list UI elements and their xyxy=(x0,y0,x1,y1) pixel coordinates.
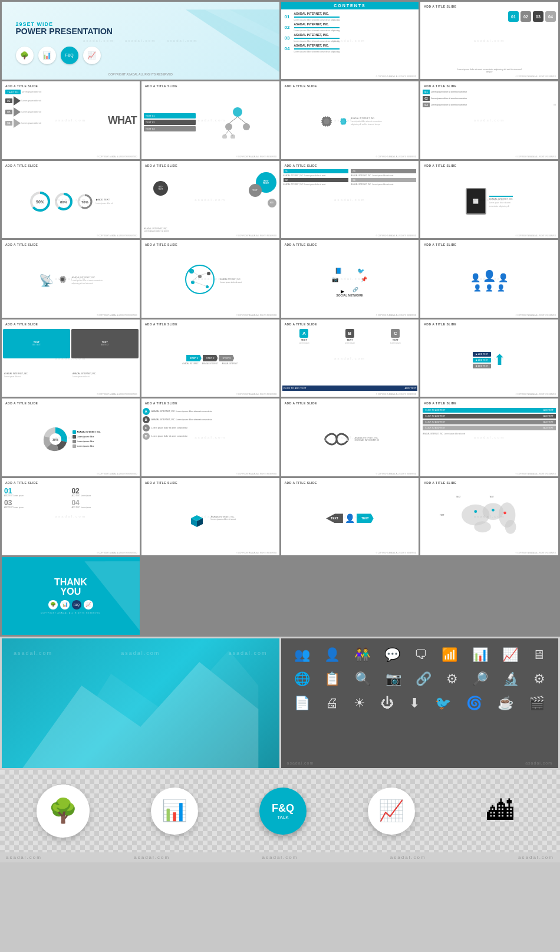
icon-film: 🎬 xyxy=(529,696,545,711)
svg-text:TEXT: TEXT xyxy=(325,438,332,442)
pie-chart-svg: 30% xyxy=(41,424,70,454)
preview-icon-faq: F&Q TALK xyxy=(259,788,307,835)
gear-small xyxy=(337,116,349,127)
icon-bar-chart: 📊 xyxy=(472,647,488,663)
svg-point-12 xyxy=(324,118,330,124)
bg-decoration xyxy=(154,2,279,80)
icon-bubble: 🗨 xyxy=(414,647,427,663)
slide-title-tree[interactable]: asadal.com ADD A TITLE SLIDE TEXT 01 TEX… xyxy=(141,81,279,159)
svg-point-23 xyxy=(61,278,64,281)
slide-abc[interactable]: asadal.com ADD A TITLE SLIDE A TEXT Lore… xyxy=(281,319,419,397)
icon-row-3: 📄 🖨 ☀ ⏻ ⬇ 🐦 🌀 ☕ 🎬 xyxy=(287,696,553,711)
num-02: 02 xyxy=(521,11,531,22)
icon-clipboard: 📋 xyxy=(324,671,340,687)
hero-copyright: COPYRIGHT ASADAL ALL RIGHTS RESERVED xyxy=(2,73,279,76)
footer-text-3: asadal.com xyxy=(262,855,298,860)
preview-icon-chart: 📊 xyxy=(151,788,198,835)
svg-line-27 xyxy=(192,281,207,286)
infinity-svg: TEXT TEXT xyxy=(321,430,353,448)
checker-preview-section: 🌳 📊 F&Q TALK 📈 🏙 xyxy=(0,770,560,852)
slide-timeline[interactable]: asadal.com ADD A TITLE SLIDE 01 Lorem ip… xyxy=(420,81,558,159)
icon-download: ⬇ xyxy=(409,696,420,711)
icon-signal: 📶 xyxy=(442,647,457,663)
icon-spinner: 🌀 xyxy=(466,696,482,711)
hero-icon-4: 📈 xyxy=(83,47,101,64)
footer-text-1: asadal.com xyxy=(6,855,42,860)
svg-text:TEXT: TEXT xyxy=(341,438,348,442)
icon-sun: ☀ xyxy=(354,696,365,711)
tree-diagram xyxy=(220,106,255,139)
svg-point-11 xyxy=(230,134,235,139)
slide-two-arrows[interactable]: asadal.com ADD A TITLE SLIDE TEXT 👤 TEXT… xyxy=(281,478,419,555)
slide-thank-you[interactable]: THANKYOU 🌳 📊 F&Q 📈 COPYRIGHT ASADAL ALL … xyxy=(2,557,140,634)
svg-text:70%: 70% xyxy=(81,200,89,204)
icon-globe: 🌐 xyxy=(294,671,310,687)
svg-text:80%: 80% xyxy=(60,200,68,204)
donut-70: 70% xyxy=(76,193,94,210)
slide-cta-bars[interactable]: asadal.com ADD A TITLE SLIDE CLICK TO AD… xyxy=(420,398,558,476)
footer-watermark-row: asadal.com asadal.com asadal.com asadal.… xyxy=(0,852,560,862)
svg-point-7 xyxy=(243,123,250,130)
slide-contents[interactable]: asadal.com CONTENTS 01 ASADAL INTERNET, … xyxy=(281,2,419,79)
icon-coffee: ☕ xyxy=(498,696,513,711)
footer-text-2: asadal.com xyxy=(134,855,170,860)
icon-print: 🖨 xyxy=(325,696,338,711)
slide-people[interactable]: asadal.com ADD A TITLE SLIDE 👤 👤 👤 👤 👤 👤… xyxy=(420,240,558,317)
icon-network: 🔗 xyxy=(416,671,431,687)
hero-icon-1: 🌳 xyxy=(16,47,34,64)
footer-text-5: asadal.com xyxy=(518,855,554,860)
icon-search: 🔍 xyxy=(355,671,371,687)
svg-point-42 xyxy=(492,509,495,512)
slide-world-map[interactable]: asadal.com ADD A TITLE SLIDE TEX xyxy=(420,478,558,555)
hero-title-area: 29SET WIDE POWER PRESENTATION xyxy=(16,21,113,36)
svg-point-6 xyxy=(225,123,232,130)
slide-hero[interactable]: asadal.com asadal.com asadal.com 29SET W… xyxy=(2,2,279,80)
social-network-label: SOCIAL NETWORK xyxy=(329,294,370,297)
icon-camera: 📷 xyxy=(386,671,401,687)
wifi-icon: 📡 xyxy=(39,274,54,288)
icon-pie-chart: 📈 xyxy=(502,647,518,663)
slide-steps[interactable]: asadal.com ADD A TITLE SLIDE STEP 1 STEP… xyxy=(141,319,279,397)
svg-line-4 xyxy=(229,117,238,124)
person-icon-center: 👤 xyxy=(483,269,496,282)
big-arrow-up: ⬆ xyxy=(493,351,506,368)
slide-arrows-chart[interactable]: asadal.com ADD A TITLE SLIDE ▶ ADD TEXT … xyxy=(420,319,558,397)
slide-tablet[interactable]: asadal.com ADD A TITLE SLIDE ⬜ ASADAL IN… xyxy=(420,161,558,238)
preview-icon-arrow: 📈 xyxy=(368,788,415,835)
3d-box-svg xyxy=(185,506,209,530)
slide-text-boxes[interactable]: asadal.com ADD A TITLE SLIDE TEXT BIG TE… xyxy=(2,319,140,397)
slide-3d-boxes[interactable]: asadal.com ADD A TITLE SLIDE ASADAL INTE… xyxy=(141,478,279,555)
num-03: 03 xyxy=(533,11,543,22)
svg-point-13 xyxy=(341,120,345,123)
icon-row-2: 🌐 📋 🔍 📷 🔗 ⚙ 🔎 🔬 ⚙ xyxy=(287,671,553,687)
slide-donut-circles[interactable]: asadal.com ADD A TITLE SLIDE 90% 80% 70%… xyxy=(2,161,140,238)
hero-icon-3: F&Q xyxy=(61,47,78,64)
content-item-1: 01 ASADAL INTERNET, INC. Lorem ipsum dol… xyxy=(285,12,416,21)
slide-title-arrows[interactable]: asadal.com ADD A TITLE SLIDE TEXT 01 Lor… xyxy=(2,81,140,159)
gear-icon-sm xyxy=(55,274,70,288)
teal-bg-preview[interactable]: asadal.com asadal.com asadal.com xyxy=(2,638,279,768)
num-04: 04 xyxy=(545,11,556,22)
slide-social-network[interactable]: asadal.com ADD A TITLE SLIDE 📘 🐦 📷 📌 ▶ 🔗… xyxy=(281,240,419,317)
icon-group: 👫 xyxy=(354,647,370,663)
contents-header: CONTENTS xyxy=(281,2,419,9)
num-01: 01 xyxy=(508,11,519,22)
slide-network-gear[interactable]: asadal.com ADD A TITLE SLIDE 📡 ASADAL IN… xyxy=(2,240,140,317)
slide-bubbles[interactable]: asadal.com ADD A TITLE SLIDE ADDTEXT TEX… xyxy=(141,161,279,238)
content-item-4: 04 ASADAL INTERNET, INC. Lorem ipsum dol… xyxy=(285,44,416,53)
slide-globe[interactable]: asadal.com ADD A TITLE SLIDE xyxy=(141,240,279,317)
step-3: STEP 3 xyxy=(219,355,234,361)
svg-point-39 xyxy=(474,521,490,532)
slide-info-list[interactable]: asadal.com ADD A TITLE SLIDE 01 ASADAL I… xyxy=(281,161,419,238)
icon-people: 👥 xyxy=(294,647,310,663)
icon-power: ⏻ xyxy=(381,696,394,711)
hero-icons-row: 🌳 📊 F&Q 📈 xyxy=(16,47,101,64)
slide-numbered-cards[interactable]: asadal.com ADD A TITLE SLIDE 01 ADD TEXT… xyxy=(2,478,140,555)
slide-abcd-list[interactable]: asadal.com ADD A TITLE SLIDE A ASADAL IN… xyxy=(141,398,279,476)
slide-pie-chart[interactable]: asadal.com ADD A TITLE SLIDE 30% ASADAL … xyxy=(2,398,140,476)
slide-gears[interactable]: asadal.com ADD A TITLE SLIDE ASADAL INTE… xyxy=(281,81,419,159)
icon-monitor: 🖥 xyxy=(532,647,545,663)
slide-title-nums[interactable]: asadal.com ADD A TITLE SLIDE 01 02 03 04… xyxy=(420,2,558,79)
slide-infinity[interactable]: asadal.com ADD A TITLE SLIDE TEXT TEXT A… xyxy=(281,398,419,476)
gear-large xyxy=(318,113,335,130)
